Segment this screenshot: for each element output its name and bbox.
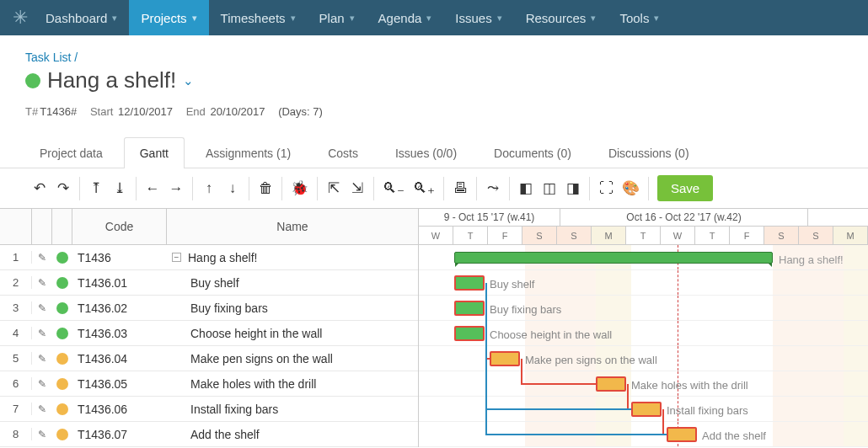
split-center-icon[interactable]: ◫ (542, 179, 557, 197)
split-right-icon[interactable]: ◨ (565, 179, 581, 197)
status-dot-icon (25, 73, 40, 88)
palette-icon[interactable]: 🎨 (622, 179, 640, 197)
undo-icon[interactable]: ↶ (32, 179, 47, 197)
nav-timesheets[interactable]: Timesheets▾ (209, 0, 308, 35)
edit-icon[interactable]: ✎ (32, 252, 52, 264)
task-code: T1436.01 (72, 276, 167, 290)
indent-icon[interactable]: → (169, 180, 184, 197)
task-name: Choose height in the wall (167, 327, 418, 340)
breadcrumb[interactable]: Task List / (25, 51, 849, 64)
day-header: T (453, 227, 488, 244)
chevron-down-icon: ▾ (192, 13, 197, 24)
week-header: Oct 16 - Oct 22 '17 (w.42) (560, 209, 808, 226)
nav-plan[interactable]: Plan▾ (308, 0, 367, 35)
chevron-down-icon: ▾ (350, 13, 355, 24)
edit-icon[interactable]: ✎ (32, 302, 52, 314)
edit-icon[interactable]: ✎ (32, 328, 52, 339)
insert-below-icon[interactable]: ⤓ (112, 179, 127, 197)
zoom-in-icon[interactable]: 🔍︎₊ (413, 179, 435, 197)
move-up-icon[interactable]: ↑ (201, 180, 217, 197)
gantt-task-bar[interactable]: Make holes with the drill (596, 376, 626, 392)
gantt-row: Choose height in the wall (419, 321, 868, 346)
status-dot-icon (52, 277, 72, 289)
edit-icon[interactable]: ✎ (32, 429, 52, 440)
split-left-icon[interactable]: ◧ (518, 179, 533, 197)
row-index: 5 (0, 352, 32, 365)
table-row[interactable]: 5✎T1436.04Make pen signs on the wall (0, 346, 418, 371)
gantt-timeline[interactable]: 9 - Oct 15 '17 (w.41)Oct 16 - Oct 22 '17… (419, 209, 868, 447)
edit-icon[interactable]: ✎ (32, 378, 52, 390)
gantt-bar-label: Choose height in the wall (490, 328, 612, 343)
zoom-out-icon[interactable]: 🔍︎₋ (383, 179, 405, 197)
save-button[interactable]: Save (657, 175, 713, 201)
chevron-down-icon[interactable]: ⌄ (183, 73, 194, 88)
fullscreen-icon[interactable]: ⛶ (598, 180, 613, 197)
app-logo-icon[interactable]: ✳ (7, 4, 34, 31)
nav-projects[interactable]: Projects▾ (129, 0, 208, 35)
chevron-down-icon: ▾ (591, 13, 596, 24)
table-row[interactable]: 4✎T1436.03Choose height in the wall (0, 321, 418, 346)
edit-icon[interactable]: ✎ (32, 353, 52, 365)
tab-project-data[interactable]: Project data (24, 137, 119, 168)
print-icon[interactable]: 🖶 (453, 180, 468, 197)
nav-agenda[interactable]: Agenda▾ (367, 0, 444, 35)
task-name: Install fixing bars (167, 403, 418, 416)
gantt-row: Make pen signs on the wall (419, 346, 868, 371)
status-dot-icon (52, 353, 72, 365)
tab-documents[interactable]: Documents (0) (478, 137, 587, 168)
chevron-down-icon: ▾ (426, 13, 431, 24)
chevron-down-icon: ▾ (497, 13, 502, 24)
task-name: Make holes with the drill (167, 377, 418, 391)
expand-all-icon[interactable]: ⇱ (326, 179, 341, 197)
move-down-icon[interactable]: ↓ (225, 180, 240, 197)
gantt-summary-bar[interactable]: Hang a shelf! (454, 252, 773, 264)
task-name: Buy shelf (167, 276, 418, 290)
gantt-bar-label: Install fixing bars (667, 403, 748, 419)
nav-dashboard[interactable]: Dashboard▾ (34, 0, 129, 35)
delete-icon[interactable]: 🗑 (258, 180, 273, 197)
insert-above-icon[interactable]: ⤒ (88, 179, 104, 197)
nav-tools[interactable]: Tools▾ (608, 0, 671, 35)
tab-costs[interactable]: Costs (312, 137, 374, 168)
col-code[interactable]: Code (72, 209, 167, 244)
nav-issues[interactable]: Issues▾ (443, 0, 513, 35)
gantt-task-bar[interactable]: Install fixing bars (631, 402, 662, 417)
row-index: 6 (0, 377, 32, 390)
gantt-task-bar[interactable]: Choose height in the wall (454, 326, 485, 341)
day-header: W (661, 227, 695, 244)
table-row[interactable]: 8✎T1436.07Add the shelf (0, 422, 418, 447)
tab-gantt[interactable]: Gantt (124, 137, 185, 168)
critical-path-icon[interactable]: ⤳ (485, 179, 501, 197)
table-row[interactable]: 1✎T1436−Hang a shelf! (0, 245, 418, 270)
nav-resources[interactable]: Resources▾ (514, 0, 608, 35)
edit-icon[interactable]: ✎ (32, 403, 52, 415)
chevron-down-icon: ▾ (654, 13, 659, 24)
task-code: T1436.06 (72, 403, 167, 416)
tab-discussions[interactable]: Discussions (0) (592, 137, 705, 168)
col-name[interactable]: Name (167, 209, 418, 244)
collapse-icon[interactable]: − (172, 253, 181, 262)
gantt-task-bar[interactable]: Buy fixing bars (454, 301, 485, 316)
day-header: S (522, 227, 557, 244)
table-row[interactable]: 7✎T1436.06Install fixing bars (0, 397, 418, 422)
bug-icon[interactable]: 🐞 (291, 179, 308, 197)
project-tabs: Project data Gantt Assignments (1) Costs… (0, 136, 868, 168)
table-row[interactable]: 2✎T1436.01Buy shelf (0, 270, 418, 296)
gantt-task-bar[interactable]: Buy shelf (454, 275, 485, 291)
gantt-task-bar[interactable]: Make pen signs on the wall (490, 351, 520, 366)
redo-icon[interactable]: ↷ (56, 179, 71, 197)
task-name: −Hang a shelf! (167, 251, 418, 264)
table-row[interactable]: 6✎T1436.05Make holes with the drill (0, 371, 418, 397)
outdent-icon[interactable]: ← (145, 180, 160, 197)
day-header: F (730, 227, 764, 244)
tab-assignments[interactable]: Assignments (1) (190, 137, 307, 168)
page-title: Hang a shelf! (47, 67, 176, 93)
status-dot-icon (52, 403, 72, 415)
gantt-task-bar[interactable]: Add the shelf (667, 427, 697, 442)
tab-issues[interactable]: Issues (0/0) (379, 137, 473, 168)
edit-icon[interactable]: ✎ (32, 277, 52, 289)
gantt-bar-label: Buy fixing bars (490, 302, 561, 317)
table-row[interactable]: 3✎T1436.02Buy fixing bars (0, 296, 418, 321)
gantt-chart: Code Name 1✎T1436−Hang a shelf!2✎T1436.0… (0, 208, 868, 447)
collapse-all-icon[interactable]: ⇲ (350, 179, 365, 197)
